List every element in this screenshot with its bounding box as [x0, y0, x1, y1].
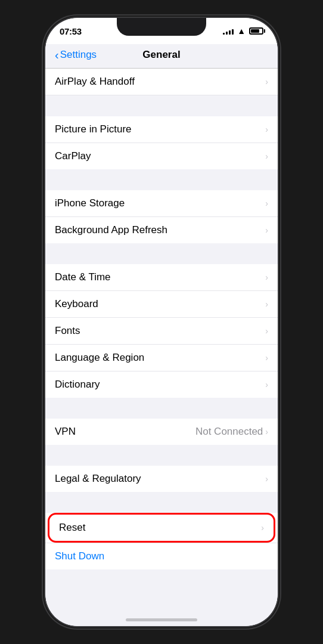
shut-down-item[interactable]: Shut Down: [45, 543, 278, 569]
status-time: 07:53: [60, 26, 82, 36]
chevron-right-icon: ›: [265, 199, 268, 208]
section-vpn: VPN Not Connected ›: [45, 419, 278, 445]
item-right: Not Connected ›: [195, 426, 268, 438]
item-right: ›: [265, 326, 268, 336]
chevron-right-icon: ›: [265, 151, 268, 161]
scroll-content[interactable]: AirPlay & Handoff › Picture in Picture ›…: [45, 69, 278, 606]
chevron-right-icon: ›: [265, 353, 268, 363]
section-separator-1: [45, 95, 278, 116]
item-right: ›: [265, 474, 268, 484]
chevron-right-icon: ›: [265, 299, 268, 309]
list-item[interactable]: AirPlay & Handoff ›: [45, 69, 278, 95]
item-label: VPN: [55, 426, 76, 438]
fonts-item[interactable]: Fonts ›: [45, 318, 278, 345]
section-legal: Legal & Regulatory ›: [45, 466, 278, 492]
dictionary-item[interactable]: Dictionary ›: [45, 371, 278, 398]
section-storage: iPhone Storage › Background App Refresh …: [45, 190, 278, 243]
chevron-right-icon: ›: [265, 125, 268, 134]
item-label: Date & Time: [55, 271, 111, 283]
signal-bar-3: [229, 30, 231, 35]
signal-bar-2: [226, 32, 228, 35]
item-label: Fonts: [55, 325, 80, 337]
iphone-storage-item[interactable]: iPhone Storage ›: [45, 190, 278, 217]
item-right: ›: [265, 299, 268, 309]
back-chevron-icon: ‹: [55, 49, 59, 61]
section-datetime-lang: Date & Time › Keyboard › Fonts ›: [45, 264, 278, 398]
notch: [117, 18, 206, 36]
phone-screen: 07:53 ▲ ‹ Settings General: [45, 18, 278, 626]
back-button[interactable]: ‹ Settings: [55, 49, 97, 61]
list-item[interactable]: Picture in Picture ›: [45, 116, 278, 143]
section-separator-4: [45, 398, 278, 419]
legal-regulatory-item[interactable]: Legal & Regulatory ›: [45, 466, 278, 492]
item-right: ›: [265, 225, 268, 235]
item-right: ›: [261, 523, 264, 532]
item-label: Picture in Picture: [55, 123, 132, 135]
list-item[interactable]: CarPlay ›: [45, 143, 278, 169]
section-shutdown: Shut Down: [45, 543, 278, 569]
section-reset-wrapper: Reset ›: [45, 513, 278, 543]
back-label: Settings: [60, 49, 97, 61]
battery-icon: [249, 27, 263, 35]
chevron-right-icon: ›: [265, 474, 268, 484]
section-separator-6: [45, 492, 278, 513]
phone-frame: 07:53 ▲ ‹ Settings General: [45, 18, 278, 626]
section-separator-2: [45, 169, 278, 190]
item-label: Language & Region: [55, 352, 144, 364]
chevron-right-icon: ›: [265, 427, 268, 436]
item-label: iPhone Storage: [55, 197, 125, 209]
section-pip-carplay: Picture in Picture › CarPlay ›: [45, 116, 278, 169]
section-separator-5: [45, 445, 278, 466]
home-bar: [126, 618, 197, 621]
item-right: ›: [265, 273, 268, 282]
battery-fill: [251, 29, 259, 33]
keyboard-item[interactable]: Keyboard ›: [45, 291, 278, 318]
chevron-right-icon: ›: [265, 273, 268, 282]
background-app-refresh-item[interactable]: Background App Refresh ›: [45, 217, 278, 243]
chevron-right-icon: ›: [265, 326, 268, 336]
item-label: Legal & Regulatory: [55, 473, 141, 485]
item-label: Keyboard: [55, 298, 98, 310]
item-right: ›: [265, 353, 268, 363]
date-time-item[interactable]: Date & Time ›: [45, 264, 278, 291]
item-right: ›: [265, 199, 268, 208]
reset-label: Reset: [59, 522, 85, 534]
signal-bar-4: [232, 29, 234, 35]
bottom-spacer: [45, 569, 278, 590]
status-bar: 07:53 ▲: [45, 18, 278, 44]
signal-bars-icon: [223, 27, 234, 35]
item-right: ›: [265, 151, 268, 161]
section-airplay: AirPlay & Handoff ›: [45, 69, 278, 95]
item-label: Background App Refresh: [55, 224, 167, 236]
signal-bar-1: [223, 33, 225, 35]
chevron-right-icon: ›: [265, 77, 268, 86]
item-label: AirPlay & Handoff: [55, 76, 135, 88]
language-region-item[interactable]: Language & Region ›: [45, 345, 278, 371]
item-label: Dictionary: [55, 379, 100, 391]
chevron-right-icon: ›: [261, 523, 264, 532]
home-indicator: [45, 606, 278, 626]
status-icons: ▲: [223, 26, 263, 36]
vpn-status: Not Connected: [195, 426, 263, 438]
section-separator-3: [45, 243, 278, 264]
wifi-icon: ▲: [237, 26, 246, 36]
item-right: ›: [265, 125, 268, 134]
shut-down-label: Shut Down: [55, 550, 104, 562]
nav-bar: ‹ Settings General: [45, 44, 278, 69]
nav-title: General: [142, 49, 180, 61]
reset-item[interactable]: Reset ›: [48, 513, 275, 543]
chevron-right-icon: ›: [265, 380, 268, 389]
item-right: ›: [265, 380, 268, 389]
chevron-right-icon: ›: [265, 225, 268, 235]
item-label: CarPlay: [55, 150, 91, 162]
vpn-item[interactable]: VPN Not Connected ›: [45, 419, 278, 445]
